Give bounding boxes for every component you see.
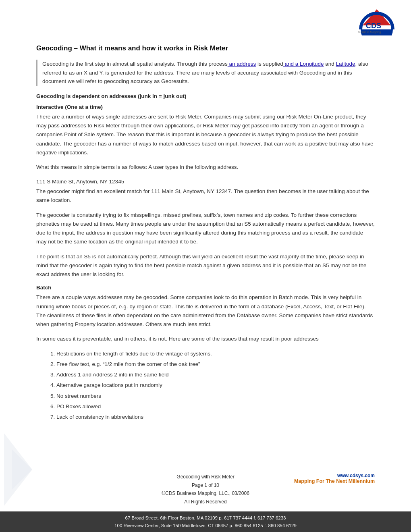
example-address: 111 S Maine St, Anytown, NY 12345 xyxy=(36,177,375,186)
batch-para2: In some cases it is preventable, and in … xyxy=(36,335,375,343)
example-description: The geocoder might find an excellent mat… xyxy=(36,187,375,205)
latitude-link[interactable]: Latitude xyxy=(336,61,355,67)
bottom-bar: 67 Broad Street, 6th Floor Boston, MA 02… xyxy=(0,511,411,532)
page-wrapper: CDS Business Mapping Geocoding – What it… xyxy=(0,0,411,532)
main-content: Geocoding – What it means and how it wor… xyxy=(0,0,411,436)
intro-text: Geocoding is the first step in almost al… xyxy=(42,61,228,67)
svg-text:Business Mapping: Business Mapping xyxy=(358,31,381,34)
intro-text2: is supplied xyxy=(256,61,283,67)
geocoder-para: The geocoder is constantly trying to fix… xyxy=(36,211,375,247)
footer-tagline: Mapping For The Next Millennium xyxy=(294,478,375,484)
intro-block: Geocoding is the first step in almost al… xyxy=(36,60,375,86)
list-item: Restrictions on the length of fields due… xyxy=(56,349,375,358)
longitude-link[interactable]: and a Longitude xyxy=(283,61,324,67)
intro-and: and xyxy=(324,61,334,67)
interactive-para1: There are a number of ways single addres… xyxy=(36,112,375,157)
interactive-para2: What this means in simple terms is as fo… xyxy=(36,163,375,172)
svg-text:CDS: CDS xyxy=(366,22,381,30)
list-item: No street numbers xyxy=(56,392,375,401)
bottom-bar-line1: 67 Broad Street, 6th Floor Boston, MA 02… xyxy=(4,514,407,522)
footer-website: www.cdsys.com xyxy=(294,473,375,478)
list-item: Alternative garage locations put in rand… xyxy=(56,381,375,390)
s5-para: The point is that an S5 is not automatic… xyxy=(36,252,375,279)
issues-list: Restrictions on the length of fields due… xyxy=(56,349,375,422)
interactive-heading: Interactive (One at a time) xyxy=(36,104,375,110)
list-item: PO Boxes allowed xyxy=(56,402,375,411)
list-item: Address 1 and Address 2 info in the same… xyxy=(56,370,375,379)
address-link[interactable]: an address xyxy=(228,61,256,67)
list-item: Lack of consistency in abbreviations xyxy=(56,413,375,422)
section1-heading: Geocoding is dependent on addresses (jun… xyxy=(36,93,375,99)
batch-heading: Batch xyxy=(36,285,375,291)
logo-area: CDS Business Mapping xyxy=(355,7,399,35)
page-title: Geocoding – What it means and how it wor… xyxy=(36,44,375,52)
bottom-bar-line2: 100 Riverview Center, Suite 150 Middleto… xyxy=(4,522,407,529)
footer-right: www.cdsys.com Mapping For The Next Mille… xyxy=(294,473,375,506)
list-item: Free flow text, e.g. “1/2 mile from the … xyxy=(56,360,375,369)
batch-para1: There are a couple ways addresses may be… xyxy=(36,293,375,329)
page-footer: Geocoding with Risk Meter Page 1 of 10 ©… xyxy=(0,473,411,506)
